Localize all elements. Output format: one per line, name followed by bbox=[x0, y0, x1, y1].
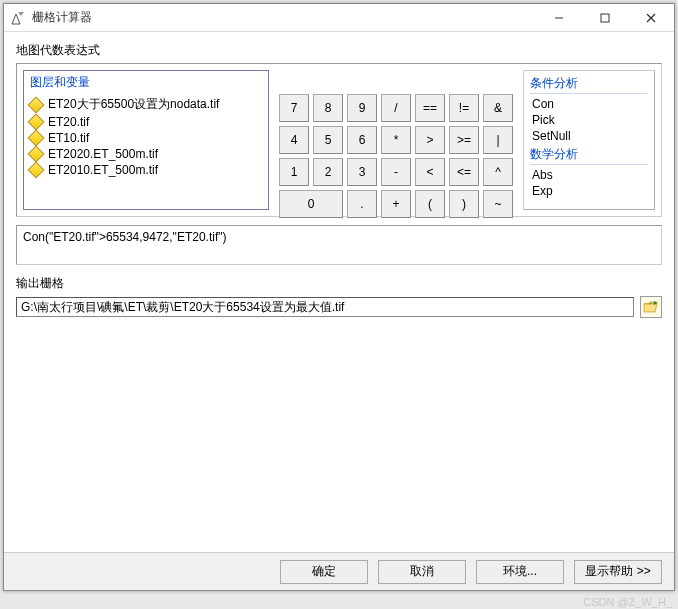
key-and[interactable]: & bbox=[483, 94, 513, 122]
expression-section-label: 地图代数表达式 bbox=[16, 42, 662, 59]
key-lparen[interactable]: ( bbox=[415, 190, 445, 218]
layer-item[interactable]: ET2020.ET_500m.tif bbox=[24, 146, 268, 162]
client-area: 地图代数表达式 图层和变量 ET20大于65500设置为nodata.tif E… bbox=[4, 32, 674, 552]
maximize-button[interactable] bbox=[582, 4, 628, 32]
raster-icon bbox=[28, 130, 45, 147]
raster-icon bbox=[28, 114, 45, 131]
layers-title: 图层和变量 bbox=[24, 71, 268, 95]
tool-group-math: 数学分析 bbox=[530, 146, 648, 165]
layer-label: ET2020.ET_500m.tif bbox=[48, 147, 158, 161]
key-le[interactable]: <= bbox=[449, 158, 479, 186]
output-path-input[interactable] bbox=[16, 297, 634, 317]
tool-setnull[interactable]: SetNull bbox=[530, 128, 648, 144]
key-7[interactable]: 7 bbox=[279, 94, 309, 122]
minimize-button[interactable] bbox=[536, 4, 582, 32]
tool-abs[interactable]: Abs bbox=[530, 167, 648, 183]
app-icon bbox=[10, 10, 26, 26]
environments-button[interactable]: 环境... bbox=[476, 560, 564, 584]
key-mul[interactable]: * bbox=[381, 126, 411, 154]
key-0[interactable]: 0 bbox=[279, 190, 343, 218]
layers-list[interactable]: ET20大于65500设置为nodata.tif ET20.tif ET10.t… bbox=[24, 95, 268, 209]
key-not[interactable]: ~ bbox=[483, 190, 513, 218]
show-help-button[interactable]: 显示帮助 >> bbox=[574, 560, 662, 584]
tool-con[interactable]: Con bbox=[530, 96, 648, 112]
key-6[interactable]: 6 bbox=[347, 126, 377, 154]
layer-label: ET20.tif bbox=[48, 115, 89, 129]
layer-item[interactable]: ET20.tif bbox=[24, 114, 268, 130]
expression-panel: 图层和变量 ET20大于65500设置为nodata.tif ET20.tif … bbox=[16, 63, 662, 217]
key-minus[interactable]: - bbox=[381, 158, 411, 186]
layer-label: ET20大于65500设置为nodata.tif bbox=[48, 96, 219, 113]
window: 栅格计算器 地图代数表达式 图层和变量 ET20大于65500设置为nodata… bbox=[3, 3, 675, 591]
raster-icon bbox=[28, 96, 45, 113]
key-eq[interactable]: == bbox=[415, 94, 445, 122]
key-lt[interactable]: < bbox=[415, 158, 445, 186]
button-bar: 确定 取消 环境... 显示帮助 >> bbox=[4, 552, 674, 590]
key-dot[interactable]: . bbox=[347, 190, 377, 218]
raster-icon bbox=[28, 162, 45, 179]
keypad: 7 8 9 / == != & 4 5 6 * > >= | 1 2 3 - <… bbox=[277, 92, 515, 210]
key-or[interactable]: | bbox=[483, 126, 513, 154]
layer-item[interactable]: ET10.tif bbox=[24, 130, 268, 146]
close-button[interactable] bbox=[628, 4, 674, 32]
key-2[interactable]: 2 bbox=[313, 158, 343, 186]
output-label: 输出栅格 bbox=[16, 275, 662, 292]
svg-rect-1 bbox=[601, 14, 609, 22]
key-xor[interactable]: ^ bbox=[483, 158, 513, 186]
spacer bbox=[16, 322, 662, 552]
raster-icon bbox=[28, 146, 45, 163]
key-1[interactable]: 1 bbox=[279, 158, 309, 186]
key-5[interactable]: 5 bbox=[313, 126, 343, 154]
key-9[interactable]: 9 bbox=[347, 94, 377, 122]
tools-panel[interactable]: 条件分析 Con Pick SetNull 数学分析 Abs Exp bbox=[523, 70, 655, 210]
watermark: CSDN @Z_W_H_ bbox=[583, 596, 672, 608]
output-row bbox=[16, 296, 662, 318]
key-neq[interactable]: != bbox=[449, 94, 479, 122]
layers-panel: 图层和变量 ET20大于65500设置为nodata.tif ET20.tif … bbox=[23, 70, 269, 210]
folder-open-icon bbox=[643, 300, 659, 314]
browse-button[interactable] bbox=[640, 296, 662, 318]
key-3[interactable]: 3 bbox=[347, 158, 377, 186]
tool-pick[interactable]: Pick bbox=[530, 112, 648, 128]
window-title: 栅格计算器 bbox=[32, 9, 536, 26]
key-divide[interactable]: / bbox=[381, 94, 411, 122]
key-4[interactable]: 4 bbox=[279, 126, 309, 154]
cancel-button[interactable]: 取消 bbox=[378, 560, 466, 584]
layer-item[interactable]: ET20大于65500设置为nodata.tif bbox=[24, 95, 268, 114]
layer-label: ET10.tif bbox=[48, 131, 89, 145]
key-plus[interactable]: + bbox=[381, 190, 411, 218]
titlebar: 栅格计算器 bbox=[4, 4, 674, 32]
ok-button[interactable]: 确定 bbox=[280, 560, 368, 584]
expression-input[interactable]: Con("ET20.tif">65534,9472,"ET20.tif") bbox=[16, 225, 662, 265]
key-gt[interactable]: > bbox=[415, 126, 445, 154]
key-rparen[interactable]: ) bbox=[449, 190, 479, 218]
layer-label: ET2010.ET_500m.tif bbox=[48, 163, 158, 177]
key-8[interactable]: 8 bbox=[313, 94, 343, 122]
key-ge[interactable]: >= bbox=[449, 126, 479, 154]
tool-exp[interactable]: Exp bbox=[530, 183, 648, 199]
tool-group-conditional: 条件分析 bbox=[530, 75, 648, 94]
layer-item[interactable]: ET2010.ET_500m.tif bbox=[24, 162, 268, 178]
